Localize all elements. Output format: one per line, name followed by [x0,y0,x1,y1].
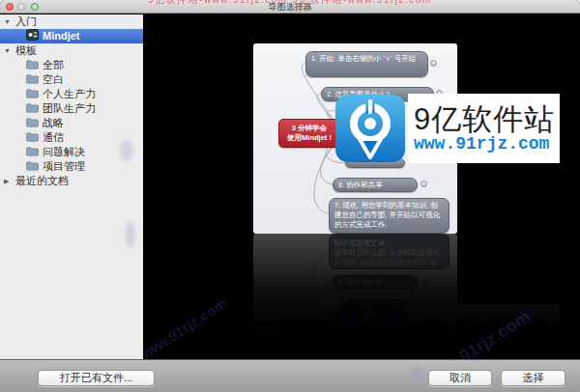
folder-icon [26,102,39,117]
item-label: 团队生产力 [43,102,96,114]
choose-button[interactable]: 选择 [501,370,566,386]
folder-icon [26,73,39,88]
window-title: 导图选择器 [0,1,580,14]
item-label: 空白 [43,73,64,85]
sidebar-group-recent-documents[interactable]: ▶最近的文档 [0,174,143,188]
disclosure-down-icon: ▼ [0,43,15,58]
topic-expander-icon[interactable] [430,60,437,67]
sidebar-item-strategy[interactable]: 战略 [0,116,143,130]
preview-stage: 1. 开始: 单击右侧的小 '∨' 号开始 2. 信息导图是什么? 3 分钟学会… [143,14,580,234]
item-label: Mindjet [43,30,80,42]
titlebar: 导图选择器 9亿软件站-www.91rjz.com 9亿软件站-www.91rj… [0,0,580,14]
sidebar-item-team-productivity[interactable]: 团队生产力 [0,101,143,116]
disclosure-down-icon: ▼ [0,14,15,29]
91rjz-pin-logo-icon [334,94,406,163]
group-label: 模板 [15,44,37,56]
map-chooser-window: 导图选择器 9亿软件站-www.91rjz.com 9亿软件站-www.91rj… [0,0,580,392]
sidebar-group-getting-started[interactable]: ▼入门 [0,14,143,29]
item-label: 问题解决 [43,146,85,157]
item-label: 全部 [43,59,64,70]
item-label: 战略 [43,117,64,128]
sidebar-item-all[interactable]: 全部 [0,58,143,72]
watermark-site-url: www.91rjz.com [414,135,555,154]
folder-icon [26,88,39,102]
topic-node-7: 7. 现在, 用您学到的基本知识, 创建您自己的导图, 并开始以可视化的方式完成… [329,198,450,234]
folder-icon [26,117,39,131]
item-label: 通信 [43,131,64,143]
footer-bar: 打开已有文件... 取消 选择 [0,359,580,392]
watermark-badge: 9亿软件站 www.91rjz.com [334,94,560,163]
template-preview-pane: 1. 开始: 单击右侧的小 '∨' 号开始 2. 信息导图是什么? 3 分钟学会… [143,14,580,359]
sidebar-group-templates[interactable]: ▼模板 [0,43,143,58]
sidebar-item-mindjet[interactable]: Mindjet [0,29,143,43]
watermark-site-name: 9亿软件站 [414,104,555,136]
topic-node-6: 6. 协作和共享 [333,178,418,192]
folder-icon [26,160,39,175]
group-label: 入门 [15,15,37,27]
central-topic-node: 3 分钟学会 使用Mindjet ! [278,119,340,148]
sidebar-item-personal-productivity[interactable]: 个人生产力 [0,87,143,101]
reflection-fade-overlay [143,234,580,359]
topic-expander-icon[interactable] [420,181,427,187]
group-label: 最近的文档 [15,175,69,186]
sidebar-item-project-management[interactable]: 项目管理 [0,159,143,174]
sidebar-item-blank[interactable]: 空白 [0,72,143,87]
folder-icon [26,59,39,73]
folder-icon [26,131,39,146]
disclosure-right-icon: ▶ [0,174,15,188]
sidebar: ▼入门 Mindjet ▼模板 全部 空白 个人生产力 团队生产力 战略 通信 [0,14,143,359]
open-existing-file-button[interactable]: 打开已有文件... [38,370,155,386]
item-label: 个人生产力 [43,88,96,99]
mindjet-app-icon [26,29,39,44]
cancel-button[interactable]: 取消 [428,370,492,386]
watermark-smudge [120,140,133,161]
watermark-ghost-circle [410,365,425,380]
item-label: 项目管理 [43,160,85,172]
topic-node-1: 1. 开始: 单击右侧的小 '∨' 号开始 [305,51,428,77]
watermark-smudge [126,222,135,247]
watermark-text-box: 9亿软件站 www.91rjz.com [408,94,560,163]
folder-icon [26,146,39,160]
